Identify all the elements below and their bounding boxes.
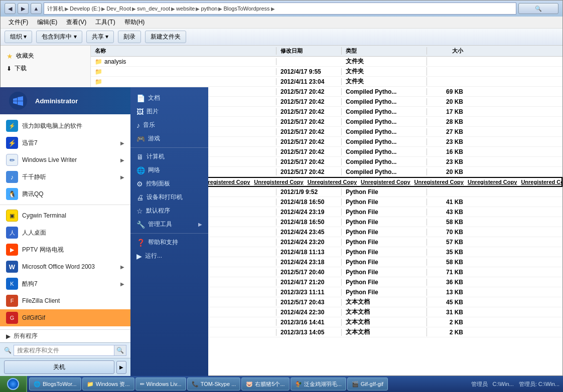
file-size: 41 KB [427,199,467,206]
start-item-label: Cygwin Terminal [22,212,66,219]
start-right-devices[interactable]: 🖨 设备和打印机 [130,190,208,204]
start-item-uninstall[interactable]: ⚡ 强力卸载电脑上的软件 [0,117,130,134]
tray-item-admin[interactable]: 管理员 [470,380,489,388]
file-type: Python File [342,209,427,216]
taskbar-item-explorer[interactable]: 📁 Windows 资... [82,377,134,390]
taskbar: 🌐 BlogsToWor... 📁 Windows 资... ✏ Windows… [0,376,563,392]
all-programs-button[interactable]: ▶ 所有程序 [0,329,130,342]
pictures-icon: 🖼 [136,108,144,116]
start-item-renren[interactable]: 人 人人桌面 [0,224,130,241]
menu-edit[interactable]: 编辑(E) [33,17,61,28]
forward-button[interactable]: ▶ [18,3,29,14]
share-button[interactable]: 共享 ▾ [86,31,114,43]
right-arrow-icon: ▶ [198,222,202,227]
renren-icon: 人 [6,227,18,239]
new-folder-button[interactable]: 新建文件夹 [145,31,186,43]
start-right-help[interactable]: ❓ 帮助和支持 [130,236,208,249]
breadcrumb: 计算机 ▶ Develop (E:) ▶ Dev_Root ▶ svn_dev_… [47,5,275,13]
start-item-wlw[interactable]: ✏ Windows Live Writer ▶ [0,151,130,168]
start-item-kugou[interactable]: K 酷狗7 ▶ [0,275,130,292]
breadcrumb-part[interactable]: python [201,6,217,12]
file-date: 2012/3/23 11:11 [276,289,342,296]
start-item-word[interactable]: W Microsoft Office Word 2003 ▶ [0,258,130,275]
start-search-input[interactable] [14,345,114,356]
start-search-button[interactable]: 🔍 [114,345,126,356]
file-type: 文本文档 [342,328,427,336]
breadcrumb-part[interactable]: BlogsToWordpress [223,6,269,12]
back-button[interactable]: ◀ [5,3,16,14]
menu-file[interactable]: 文件(F) [5,17,32,28]
start-item-gifgifgif[interactable]: G GifGifGif [0,309,130,326]
file-type: Python File [342,199,427,206]
start-button[interactable] [0,376,27,392]
organize-button[interactable]: 组织 ▾ [5,31,32,43]
start-right-admintools[interactable]: 🔧 管理工具 ▶ [130,218,208,231]
taskbar-item-skype[interactable]: 📞 TOM-Skype ... [187,377,241,390]
start-button-icon [7,378,19,390]
burn-button[interactable]: 刻录 [118,31,141,43]
header-size[interactable]: 大小 [427,47,467,55]
file-size: 36 KB [427,279,467,286]
download-icon: ⬇ [7,65,12,72]
file-type: 文本文档 [342,318,427,326]
start-right-defaults[interactable]: ☆ 默认程序 [130,204,208,218]
start-right-pictures[interactable]: 🖼 图片 [130,105,208,118]
start-right-controlpanel[interactable]: ⚙ 控制面板 [130,177,208,190]
breadcrumb-part[interactable]: svn_dev_root [137,6,170,12]
up-button[interactable]: ▲ [31,3,42,14]
shutdown-button[interactable]: 关机 [4,360,114,374]
start-item-thunder[interactable]: ⚡ 迅雷7 ▶ [0,134,130,151]
cygwin-icon: ▣ [6,210,18,222]
start-right-documents[interactable]: 📄 文档 [130,91,208,105]
menu-tools[interactable]: 工具(T) [91,17,119,28]
taskbar-item-gif[interactable]: 🎬 Gif-gIf-gif [347,377,388,390]
arrow-icon: ▶ [120,264,124,270]
file-date: 2012/5/17 20:42 [276,158,342,165]
table-row[interactable]: 📁 2012/4/11 23:04 文件夹 [91,77,562,87]
taskbar-item-pig[interactable]: 🐷 右腊猪5个... [241,377,289,390]
start-item-filezilla[interactable]: F FileZilla Client [0,292,130,309]
start-right-run[interactable]: ▶ 运行... [130,249,208,263]
start-item-label: FileZilla Client [22,297,60,304]
start-item-qq[interactable]: 🐧 腾讯QQ [0,185,130,203]
file-size: 23 KB [427,138,467,145]
breadcrumb-part[interactable]: 计算机 [47,5,64,13]
start-item-pptv[interactable]: ▶ PPTV 网络电视 [0,241,130,258]
menu-help[interactable]: 帮助(H) [120,17,149,28]
defaults-icon: ☆ [136,207,143,215]
file-type: Compiled Pytho... [342,108,427,115]
start-right-games[interactable]: 🎮 游戏 [130,132,208,145]
start-item-cygwin[interactable]: ▣ Cygwin Terminal [0,207,130,224]
file-date: 2012/4/18 11:13 [276,249,342,256]
file-size: 43 KB [427,209,467,216]
start-right-music[interactable]: ♪ 音乐 [130,118,208,132]
table-row[interactable]: 📁 2012/4/17 9:55 文件夹 [91,67,562,77]
header-date[interactable]: 修改日期 [276,47,342,55]
include-library-button[interactable]: 包含到库中 ▾ [36,31,82,43]
file-date: 2012/3/16 14:41 [276,319,342,326]
header-type[interactable]: 类型 [342,47,427,55]
file-type: 文本文档 [342,298,427,306]
start-shutdown-bar: 关机 ▶ [0,358,130,376]
table-row[interactable]: 📁 analysis 文件夹 [91,57,562,67]
breadcrumb-part[interactable]: Develop (E:) [70,6,100,12]
menu-view[interactable]: 查看(V) [62,17,90,28]
taskbar-item-blogsto[interactable]: 🌐 BlogsToWor... [29,377,81,390]
all-programs-label: 所有程序 [14,332,38,340]
header-name[interactable]: 名称 [91,47,276,55]
start-right-network[interactable]: 🌐 网络 [130,163,208,177]
breadcrumb-part[interactable]: Dev_Root [106,6,131,12]
start-right-computer[interactable]: 🖥 计算机 [130,150,208,163]
start-right-label: 运行... [145,252,162,260]
sidebar-item-favorites[interactable]: ★ 收藏夹 [1,50,90,62]
breadcrumb-part[interactable]: website [176,6,195,12]
shutdown-arrow[interactable]: ▶ [116,361,126,374]
sidebar-item-download[interactable]: ⬇ 下载 [1,62,90,75]
taskbar-item-chicken[interactable]: 🐓 泛金鸡湖羽毛... [291,377,346,390]
taskbar-item-wlw[interactable]: ✏ Windows Liv... [135,377,186,390]
address-bar[interactable]: 计算机 ▶ Develop (E:) ▶ Dev_Root ▶ svn_dev_… [44,3,516,15]
star-icon: ★ [7,52,13,60]
tray-item-cmd[interactable]: C:\Win... [491,381,515,387]
search-bar[interactable]: 🔍 [518,3,558,14]
start-item-qqmusic[interactable]: ♪ 千千静听 ▶ [0,168,130,185]
